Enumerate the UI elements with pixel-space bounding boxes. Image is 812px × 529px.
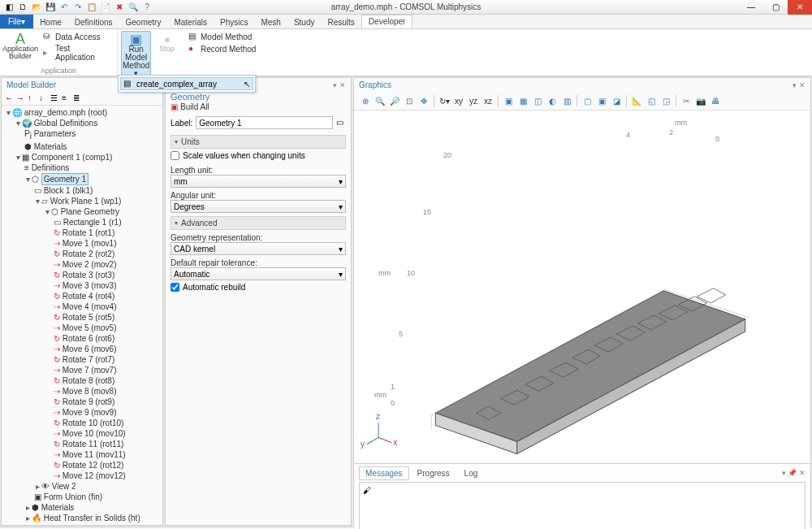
- ribbon-group-application: A Application Builder ⛁Data Access ▸Test…: [0, 29, 118, 76]
- model-method-button[interactable]: ▤Model Method: [186, 31, 258, 42]
- new-icon[interactable]: 🗋: [17, 2, 28, 13]
- print-icon[interactable]: 🖶: [709, 94, 722, 107]
- tab-geometry[interactable]: Geometry: [119, 16, 168, 28]
- section-units[interactable]: Units: [171, 135, 346, 149]
- measure-icon[interactable]: 📐: [630, 94, 643, 107]
- tab-definitions[interactable]: Definitions: [68, 16, 119, 28]
- hide-icon[interactable]: ◱: [645, 94, 658, 107]
- zoom-box-icon[interactable]: ⊡: [403, 94, 416, 107]
- tab-materials[interactable]: Materials: [167, 16, 214, 28]
- redo-icon[interactable]: ↷: [72, 2, 84, 13]
- view-yz-icon[interactable]: yz: [467, 94, 480, 107]
- nav-up-icon[interactable]: ↑: [28, 93, 37, 103]
- default-view-icon[interactable]: ▣: [502, 94, 515, 107]
- view-xy-icon[interactable]: xy: [452, 94, 465, 107]
- stop-button[interactable]: ■ Stop: [154, 31, 179, 79]
- tab-developer[interactable]: Developer: [361, 15, 413, 28]
- snapshot-icon[interactable]: 📷: [694, 94, 707, 107]
- dropdown-item-create-complex-array[interactable]: ▤ create_complex_array ↖: [120, 77, 253, 90]
- stop-icon: ■: [161, 33, 174, 46]
- title-bar: ◧ 🗋 📂 💾 ↶ ↷ 📋 📄 ✖ 🔍 ? array_demo.mph - C…: [0, 0, 812, 15]
- wireframe-icon[interactable]: ▦: [516, 94, 529, 107]
- window-controls: — ▢ ✕: [739, 0, 812, 15]
- ribbon-tabstrip: File ▾ Home Definitions Geometry Materia…: [0, 15, 812, 29]
- length-unit-select[interactable]: mm▾: [171, 175, 346, 188]
- build-all-button[interactable]: ▣Build All: [166, 102, 351, 114]
- angular-unit-select[interactable]: Degrees▾: [171, 200, 346, 213]
- file-tab[interactable]: File ▾: [0, 15, 33, 28]
- select-all-icon[interactable]: ▢: [581, 94, 594, 107]
- svg-line-19: [367, 437, 378, 444]
- test-application-button[interactable]: ▸Test Application: [41, 43, 114, 63]
- open-icon[interactable]: 📂: [31, 2, 42, 13]
- show-icon[interactable]: ☰: [50, 93, 60, 103]
- tab-results[interactable]: Results: [321, 16, 361, 28]
- close-button[interactable]: ✕: [788, 0, 812, 15]
- help-icon[interactable]: ?: [141, 2, 153, 13]
- grid-icon[interactable]: ▥: [560, 94, 573, 107]
- quick-access-toolbar: ◧ 🗋 📂 💾 ↶ ↷ 📋 📄 ✖ 🔍 ?: [0, 0, 156, 14]
- label-label: Label:: [171, 119, 192, 128]
- graphics-canvas[interactable]: z y x mm 4 2 0 20 15 10 5 mm 1 0 mm: [354, 111, 810, 463]
- letter-a-icon: A: [14, 33, 27, 46]
- zoom-extents-icon[interactable]: ⊕: [359, 94, 372, 107]
- transparency-icon[interactable]: ◫: [531, 94, 544, 107]
- tree-node-geometry: Geometry 1: [41, 173, 89, 185]
- tab-mesh[interactable]: Mesh: [254, 16, 287, 28]
- build-icon: ▣: [171, 102, 178, 111]
- nav-back-icon[interactable]: ←: [5, 93, 15, 103]
- record-method-button[interactable]: ●Record Method: [186, 43, 258, 54]
- clip-icon[interactable]: ✂: [680, 94, 693, 107]
- application-builder-button[interactable]: A Application Builder: [3, 31, 37, 63]
- find-icon[interactable]: 🔍: [127, 2, 139, 13]
- select-none-icon[interactable]: ▣: [595, 94, 608, 107]
- data-access-button[interactable]: ⛁Data Access: [41, 31, 114, 42]
- save-icon[interactable]: 💾: [45, 2, 56, 13]
- nav-fwd-icon[interactable]: →: [16, 93, 26, 103]
- copy-icon[interactable]: 📋: [86, 2, 97, 13]
- settings-subtitle: Geometry: [166, 92, 351, 102]
- run-model-method-button[interactable]: ▣ Run Model Method ▾: [121, 31, 151, 79]
- messages-body: 🖌: [359, 482, 806, 529]
- section-advanced[interactable]: Advanced: [171, 216, 346, 230]
- maximize-button[interactable]: ▢: [763, 0, 788, 15]
- orbit-icon[interactable]: ↻▾: [438, 94, 451, 107]
- nav-down-icon[interactable]: ↓: [39, 93, 49, 103]
- app-icon: ◧: [3, 2, 15, 13]
- method-file-icon: ▤: [123, 79, 133, 89]
- auto-rebuild-checkbox[interactable]: [171, 283, 179, 292]
- svg-line-21: [378, 437, 391, 442]
- ribbon-group-record: ▤Model Method ●Record Method: [183, 29, 261, 76]
- pan-icon[interactable]: ✥: [417, 94, 430, 107]
- label-input[interactable]: [196, 116, 333, 129]
- messages-panel: Messages Progress Log ▾ 📌 ✕ 🖌: [354, 463, 810, 529]
- tab-log[interactable]: Log: [458, 466, 485, 480]
- label-toggle-icon[interactable]: ▭: [336, 118, 346, 128]
- expand-icon[interactable]: ≣: [73, 93, 83, 103]
- show-hidden-icon[interactable]: ◲: [659, 94, 672, 107]
- svg-marker-0: [435, 291, 745, 442]
- delete-icon[interactable]: ✖: [114, 2, 125, 13]
- geom-repr-select[interactable]: CAD kernel▾: [171, 242, 346, 255]
- scale-values-checkbox[interactable]: [171, 151, 179, 160]
- brush-icon[interactable]: 🖌: [363, 486, 371, 495]
- minimize-button[interactable]: —: [739, 0, 763, 15]
- zoom-out-icon[interactable]: 🔎: [388, 94, 401, 107]
- tab-home[interactable]: Home: [33, 16, 68, 28]
- tab-progress[interactable]: Progress: [411, 466, 456, 480]
- select-inv-icon[interactable]: ◪: [610, 94, 623, 107]
- tab-study[interactable]: Study: [287, 16, 322, 28]
- view-xz-icon[interactable]: xz: [482, 94, 495, 107]
- svg-text:x: x: [393, 438, 397, 447]
- tab-physics[interactable]: Physics: [214, 16, 254, 28]
- model-tree[interactable]: ▾🌐 array_demo.mph (root) ▾🌍 Global Defin…: [2, 106, 162, 525]
- scene-svg: z y x: [354, 111, 810, 463]
- collapse-icon[interactable]: ≡: [62, 93, 71, 103]
- undo-icon[interactable]: ↶: [58, 2, 70, 13]
- paste-icon[interactable]: 📄: [100, 2, 111, 13]
- zoom-in-icon[interactable]: 🔍: [374, 94, 387, 107]
- run-method-icon: ▣: [130, 33, 143, 46]
- repair-tol-select[interactable]: Automatic▾: [171, 267, 346, 280]
- lighting-icon[interactable]: ◐: [546, 94, 559, 107]
- tab-messages[interactable]: Messages: [359, 466, 409, 480]
